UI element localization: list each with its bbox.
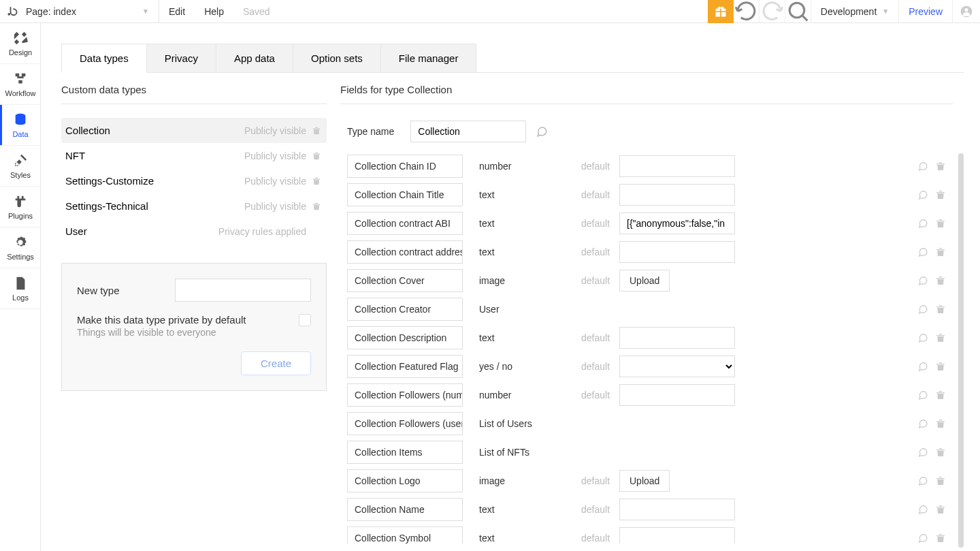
field-type: image <box>479 275 581 286</box>
user-avatar[interactable] <box>953 5 980 18</box>
trash-icon[interactable] <box>312 202 323 211</box>
field-default-input[interactable] <box>619 327 735 349</box>
comment-icon[interactable] <box>917 161 928 172</box>
field-default-input[interactable] <box>619 184 735 206</box>
comment-icon[interactable] <box>917 504 928 515</box>
trash-icon[interactable] <box>935 247 946 257</box>
private-checkbox-sub: Things will be visible to everyone <box>77 327 299 338</box>
vertical-scrollbar[interactable] <box>958 153 964 548</box>
nav-workflow[interactable]: Workflow <box>0 64 41 105</box>
trash-icon[interactable] <box>935 275 946 286</box>
new-type-input[interactable] <box>175 279 311 302</box>
trash-icon[interactable] <box>312 176 323 186</box>
trash-icon[interactable] <box>935 218 946 229</box>
nav-logs[interactable]: Logs <box>0 268 41 309</box>
comment-icon[interactable] <box>536 125 548 138</box>
trash-icon[interactable] <box>312 151 323 161</box>
trash-icon[interactable] <box>935 504 946 515</box>
field-name-input[interactable]: Collection Chain Title <box>347 183 463 206</box>
trash-icon[interactable] <box>312 126 323 136</box>
field-name-input[interactable]: Collection Description <box>347 326 463 349</box>
custom-data-types-title: Custom data types <box>61 84 327 104</box>
field-name-input[interactable]: Collection Followers (number) <box>347 383 463 407</box>
tab-privacy[interactable]: Privacy <box>146 44 216 72</box>
comment-icon[interactable] <box>917 418 928 429</box>
saved-status: Saved <box>233 6 280 17</box>
field-name-input[interactable]: Collection Cover <box>347 269 463 292</box>
edit-menu[interactable]: Edit <box>159 0 195 22</box>
field-name-input[interactable]: Collection Featured Flag <box>347 355 463 378</box>
private-checkbox-label: Make this data type private by default <box>77 314 299 326</box>
field-name-input[interactable]: Collection Items <box>347 441 463 464</box>
environment-selector[interactable]: Development ▼ <box>811 0 899 22</box>
comment-icon[interactable] <box>917 247 928 257</box>
field-default-input[interactable] <box>619 212 735 234</box>
trash-icon[interactable] <box>935 447 946 458</box>
tab-app-data[interactable]: App data <box>216 44 293 72</box>
type-row[interactable]: CollectionPublicly visible <box>61 118 327 143</box>
redo-button[interactable] <box>760 0 785 23</box>
page-selector[interactable]: Page: index ▼ <box>23 0 159 22</box>
tab-option-sets[interactable]: Option sets <box>293 44 381 72</box>
private-checkbox[interactable] <box>299 314 311 326</box>
comment-icon[interactable] <box>917 533 928 544</box>
type-row[interactable]: NFTPublicly visible <box>61 143 327 168</box>
field-type: text <box>479 332 581 343</box>
gift-button[interactable] <box>708 0 734 23</box>
type-name: Settings-Customize <box>65 175 244 187</box>
field-name-input[interactable]: Collection Followers (users) <box>347 412 463 435</box>
comment-icon[interactable] <box>917 304 928 315</box>
upload-button[interactable]: Upload <box>619 470 670 492</box>
trash-icon[interactable] <box>935 332 946 343</box>
type-row[interactable]: Settings-CustomizePublicly visible <box>61 168 327 193</box>
help-menu[interactable]: Help <box>195 0 233 22</box>
comment-icon[interactable] <box>917 475 928 486</box>
trash-icon[interactable] <box>935 161 946 172</box>
comment-icon[interactable] <box>917 275 928 286</box>
type-row[interactable]: UserPrivacy rules applied <box>61 219 327 244</box>
trash-icon[interactable] <box>935 390 946 400</box>
svg-point-4 <box>7 12 10 15</box>
nav-styles[interactable]: Styles <box>0 146 41 187</box>
comment-icon[interactable] <box>917 332 928 343</box>
create-button[interactable]: Create <box>241 351 311 375</box>
trash-icon[interactable] <box>935 361 946 372</box>
comment-icon[interactable] <box>917 361 928 372</box>
nav-design[interactable]: Design <box>0 23 41 64</box>
field-name-input[interactable]: Collection Chain ID <box>347 155 463 178</box>
preview-button[interactable]: Preview <box>899 0 953 22</box>
field-name-input[interactable]: Collection Name <box>347 498 463 521</box>
search-button[interactable] <box>785 0 811 23</box>
field-name-input[interactable]: Collection contract address <box>347 240 463 264</box>
comment-icon[interactable] <box>917 447 928 458</box>
default-label: default <box>581 218 619 229</box>
nav-settings[interactable]: Settings <box>0 227 41 268</box>
trash-icon[interactable] <box>935 475 946 486</box>
field-default-input[interactable] <box>619 241 735 263</box>
comment-icon[interactable] <box>917 390 928 400</box>
field-default-select[interactable] <box>619 356 735 377</box>
field-default-input[interactable] <box>619 527 735 544</box>
comment-icon[interactable] <box>917 189 928 200</box>
field-name-input[interactable]: Collection Creator <box>347 298 463 321</box>
nav-data[interactable]: Data <box>0 105 41 146</box>
comment-icon[interactable] <box>917 218 928 229</box>
upload-button[interactable]: Upload <box>619 270 670 292</box>
field-name-input[interactable]: Collection Logo <box>347 469 463 492</box>
type-row[interactable]: Settings-TechnicalPublicly visible <box>61 193 327 219</box>
field-default-input[interactable] <box>619 384 735 406</box>
type-name: Collection <box>65 125 244 136</box>
field-name-input[interactable]: Collection Symbol <box>347 526 463 544</box>
field-name-input[interactable]: Collection contract ABI <box>347 212 463 235</box>
undo-button[interactable] <box>734 0 760 23</box>
trash-icon[interactable] <box>935 418 946 429</box>
trash-icon[interactable] <box>935 189 946 200</box>
field-default-input[interactable] <box>619 499 735 520</box>
field-default-input[interactable] <box>619 155 735 177</box>
tab-file-manager[interactable]: File manager <box>380 44 477 72</box>
tab-data-types[interactable]: Data types <box>61 44 147 73</box>
trash-icon[interactable] <box>935 533 946 544</box>
nav-plugins[interactable]: Plugins <box>0 187 41 227</box>
type-name-input[interactable] <box>410 121 526 142</box>
trash-icon[interactable] <box>935 304 946 315</box>
